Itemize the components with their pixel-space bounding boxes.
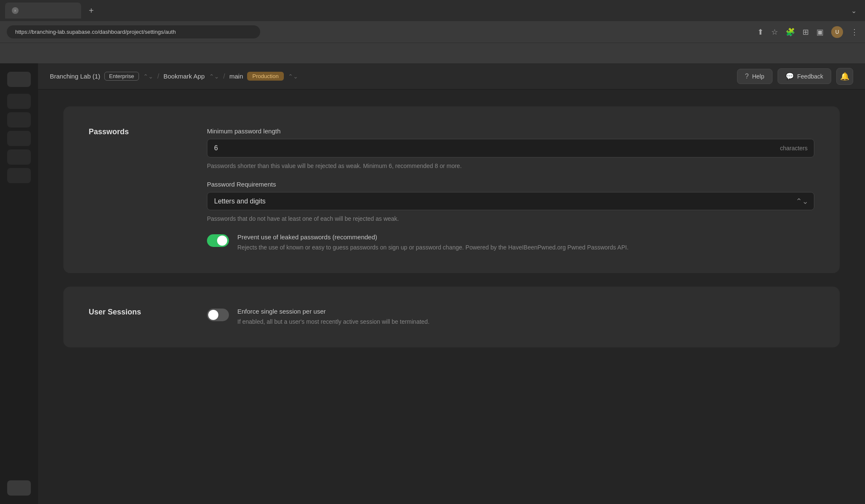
user-sessions-section-title: User Sessions [89, 308, 182, 326]
feedback-button[interactable]: 💬 Feedback [778, 68, 831, 84]
sidebar-logo [7, 72, 31, 87]
leaked-passwords-desc: Rejects the use of known or easy to gues… [237, 243, 814, 252]
min-length-input[interactable] [207, 139, 814, 157]
main-content: Branching Lab (1) Enterprise ⌃⌄ / Bookma… [38, 63, 865, 504]
passwords-section-content: Minimum password length characters Passw… [207, 127, 814, 252]
requirements-field: Password Requirements Letters and digits… [207, 181, 814, 223]
app-container: Branching Lab (1) Enterprise ⌃⌄ / Bookma… [0, 63, 865, 504]
sidebar-nav-item-5[interactable] [7, 168, 31, 183]
breadcrumb-sep-2: / [223, 73, 225, 80]
content-area: Passwords Minimum password length charac… [38, 89, 865, 504]
bookmark-star-icon[interactable]: ☆ [771, 27, 778, 37]
min-length-suffix: characters [780, 145, 808, 152]
address-input[interactable] [7, 25, 260, 38]
new-tab-button[interactable]: + [84, 4, 98, 17]
sidebar [0, 63, 38, 504]
chat-icon: 💬 [786, 72, 794, 80]
leaked-passwords-toggle-row: Prevent use of leaked passwords (recomme… [207, 233, 814, 252]
org-tier-badge: Enterprise [104, 72, 139, 81]
single-session-toggle[interactable] [207, 309, 229, 321]
leaked-passwords-title: Prevent use of leaked passwords (recomme… [237, 233, 814, 241]
extensions-icon[interactable]: 🧩 [786, 27, 795, 37]
min-length-field: Minimum password length characters Passw… [207, 127, 814, 171]
single-session-desc: If enabled, all but a user's most recent… [237, 317, 814, 326]
passwords-settings-card: Passwords Minimum password length charac… [63, 106, 840, 273]
breadcrumb-org: Branching Lab (1) [50, 73, 100, 80]
sidebar-bottom-item[interactable] [7, 480, 31, 496]
breadcrumb-sep-1: / [158, 73, 159, 80]
env-badge: Production [247, 72, 283, 81]
min-length-input-wrapper: characters [207, 139, 814, 157]
split-view-icon[interactable]: ⊞ [802, 27, 809, 37]
requirements-helper: Passwords that do not have at least one … [207, 214, 814, 223]
leaked-passwords-toggle[interactable] [207, 234, 229, 247]
tab-close-button[interactable]: × [12, 7, 19, 14]
sidebar-icon[interactable]: ▣ [816, 27, 824, 37]
app-chevron-icon[interactable]: ⌃⌄ [209, 73, 219, 80]
share-icon[interactable]: ⬆ [757, 27, 764, 37]
sidebar-nav-item-1[interactable] [7, 94, 31, 109]
sidebar-nav-item-2[interactable] [7, 112, 31, 127]
min-length-helper: Passwords shorter than this value will b… [207, 162, 814, 171]
single-session-title: Enforce single session per user [237, 308, 814, 315]
breadcrumb-branch: main [229, 73, 243, 80]
breadcrumb: Branching Lab (1) Enterprise ⌃⌄ / Bookma… [50, 72, 732, 81]
browser-chrome: × + ⌄ ⬆ ☆ 🧩 ⊞ ▣ U ⋮ [0, 0, 865, 63]
requirements-select-wrapper: Letters and digits ⌃⌄ [207, 192, 814, 210]
active-tab[interactable]: × [5, 3, 81, 19]
profile-avatar[interactable]: U [831, 26, 843, 38]
requirements-select[interactable]: Letters and digits [207, 192, 814, 210]
user-sessions-section-content: Enforce single session per user If enabl… [207, 308, 814, 326]
user-sessions-settings-card: User Sessions Enforce single session per… [63, 287, 840, 347]
min-length-label: Minimum password length [207, 127, 814, 135]
breadcrumb-app: Bookmark App [163, 73, 205, 80]
tab-chevron-icon[interactable]: ⌄ [848, 3, 860, 18]
address-bar: ⬆ ☆ 🧩 ⊞ ▣ U ⋮ [0, 21, 865, 43]
menu-icon[interactable]: ⋮ [851, 27, 858, 37]
top-nav: Branching Lab (1) Enterprise ⌃⌄ / Bookma… [38, 63, 865, 89]
bell-icon: 🔔 [840, 72, 849, 81]
single-session-toggle-row: Enforce single session per user If enabl… [207, 308, 814, 326]
nav-actions: ? Help 💬 Feedback 🔔 [737, 68, 853, 85]
help-button[interactable]: ? Help [737, 69, 773, 84]
toggle-knob-2 [208, 310, 218, 320]
sidebar-nav-item-3[interactable] [7, 131, 31, 146]
toggle-knob [217, 236, 227, 246]
leaked-passwords-content: Prevent use of leaked passwords (recomme… [237, 233, 814, 252]
passwords-section-title: Passwords [89, 127, 182, 252]
single-session-content: Enforce single session per user If enabl… [237, 308, 814, 326]
requirements-label: Password Requirements [207, 181, 814, 188]
env-chevron-icon[interactable]: ⌃⌄ [288, 73, 298, 80]
org-chevron-icon[interactable]: ⌃⌄ [143, 73, 153, 80]
sidebar-nav-item-4[interactable] [7, 149, 31, 165]
notification-button[interactable]: 🔔 [836, 68, 853, 85]
help-icon: ? [745, 73, 749, 80]
browser-actions: ⬆ ☆ 🧩 ⊞ ▣ U ⋮ [757, 26, 858, 38]
tab-bar: × + ⌄ [0, 0, 865, 21]
